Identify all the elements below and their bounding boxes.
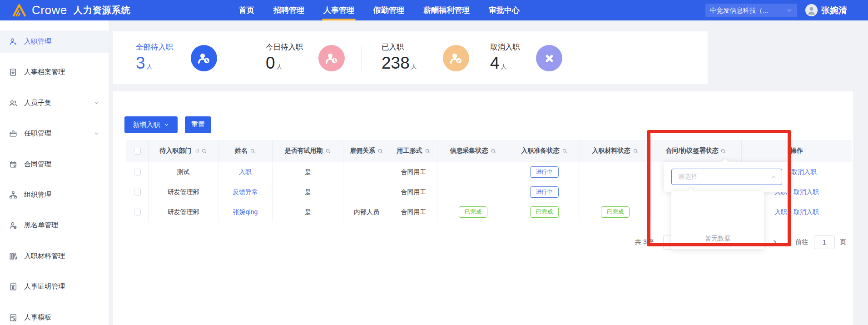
employee-link[interactable]: 张婉qing [233, 208, 258, 216]
user-block-icon [9, 221, 18, 230]
column-label: 合同/协议签署状态 [666, 147, 719, 155]
chevron-down-icon [164, 122, 169, 128]
cell-name: 入职 [218, 162, 273, 182]
stat-text: 已入职238人 [382, 42, 417, 76]
cell-name: 张婉qing [218, 202, 273, 222]
brand-product: 人力资源系统 [74, 4, 131, 16]
user-clock-icon [318, 45, 345, 71]
cell-probation: 是 [273, 162, 343, 182]
stat-text: 今日待入职0人 [266, 42, 303, 76]
column-label: 操作 [790, 147, 803, 155]
sidebar-item-onboarding-materials[interactable]: 入职材料管理 [0, 245, 109, 267]
status-badge: 已完成 [459, 206, 488, 218]
cell-dept: 测试 [149, 162, 218, 182]
main-nav: 首页招聘管理人事管理假勤管理薪酬福利管理审批中心 [229, 0, 529, 20]
column-header-material_status[interactable]: 入职材料状态 [580, 140, 651, 162]
cell-info_status [437, 182, 509, 202]
sidebar-item-blacklist[interactable]: 黑名单管理 [0, 214, 109, 236]
column-header-probation[interactable]: 是否有试用期 [273, 140, 343, 162]
cell-work_type: 合同用工 [390, 202, 437, 222]
nav-item-payroll[interactable]: 薪酬福利管理 [414, 0, 479, 20]
cell-dept: 研发管理部 [149, 202, 218, 222]
cell-relation [343, 162, 390, 182]
chevron-down-icon [786, 7, 793, 14]
add-onboarding-button[interactable]: 新增入职 [124, 116, 178, 133]
row-checkbox[interactable] [134, 169, 141, 175]
search-icon [250, 148, 256, 154]
nav-item-recruitment[interactable]: 招聘管理 [264, 0, 314, 20]
cancel-icon [536, 45, 562, 71]
sidebar-item-hr-certificates[interactable]: 人事证明管理 [0, 275, 109, 298]
sort-icon [194, 148, 200, 154]
user-name: 张婉清 [821, 5, 847, 16]
onboarding-table-panel: 新增入职 重置 待入职部门姓名是否有试用期雇佣关系用工形式信息采集状态入职准备状… [113, 91, 853, 325]
column-header-prep_status[interactable]: 入职准备状态 [509, 140, 580, 162]
search-icon [201, 148, 207, 154]
document-icon [9, 68, 18, 77]
column-header-select [126, 140, 149, 162]
select-all-checkbox[interactable] [134, 148, 141, 155]
search-icon [562, 148, 568, 154]
column-label: 姓名 [235, 147, 248, 155]
row-checkbox[interactable] [134, 189, 141, 195]
row-checkbox[interactable] [134, 209, 141, 215]
column-header-contract_status[interactable]: 合同/协议签署状态 [651, 140, 742, 162]
column-label: 入职材料状态 [592, 147, 630, 155]
cancel-onboarding-link[interactable]: 取消入职 [791, 168, 817, 176]
column-label: 待入职部门 [160, 147, 192, 155]
cell-work_type: 合同用工 [390, 162, 437, 182]
cancel-onboarding-link[interactable]: 取消入职 [794, 208, 819, 216]
search-icon [720, 148, 726, 154]
stat-divider [219, 45, 219, 70]
column-header-work_type[interactable]: 用工形式 [390, 140, 437, 162]
nav-item-home[interactable]: 首页 [229, 0, 264, 20]
employee-link[interactable]: 入职 [239, 168, 252, 176]
onboard-link[interactable]: 入职 [774, 208, 787, 216]
sidebar-item-contract[interactable]: 合同管理 [0, 153, 109, 175]
stat-value: 4人 [490, 54, 520, 76]
cell-probation: 是 [273, 202, 343, 222]
nav-item-hr[interactable]: 人事管理 [314, 0, 364, 20]
stat-label: 已入职 [382, 42, 417, 52]
next-page-button[interactable] [772, 234, 778, 250]
column-header-dept[interactable]: 待入职部门 [149, 140, 218, 162]
nav-item-approval[interactable]: 审批中心 [479, 0, 529, 20]
chevron-down-icon [94, 100, 99, 106]
search-icon [633, 148, 639, 154]
tenant-select[interactable]: 中竞发信息科技（... [705, 4, 797, 17]
contract-status-select[interactable]: 请选择 [671, 169, 782, 185]
reset-button[interactable]: 重置 [185, 116, 211, 133]
cell-select [126, 182, 149, 202]
sidebar-item-personnel-files[interactable]: 人事档案管理 [0, 61, 109, 83]
column-header-name[interactable]: 姓名 [218, 140, 273, 162]
chevron-right-icon [772, 239, 778, 245]
goto-label: 前往 [795, 234, 808, 250]
sidebar-item-onboarding[interactable]: 入职管理 [0, 30, 109, 53]
cell-prep_status: 进行中 [509, 162, 580, 182]
sidebar-item-position[interactable]: 任职管理 [0, 122, 109, 145]
user-check-icon [443, 45, 469, 71]
briefcase-icon [9, 129, 18, 138]
main-content: 全部待入职3人今日待入职0人已入职238人取消入职4人 新增入职 重置 待入职部… [109, 20, 868, 325]
page-number-input[interactable] [814, 235, 835, 249]
column-header-info_status[interactable]: 信息采集状态 [437, 140, 509, 162]
tenant-label: 中竞发信息科技（... [710, 6, 768, 15]
column-header-relation[interactable]: 雇佣关系 [343, 140, 390, 162]
sidebar-item-hr-templates[interactable]: 人事模板 [0, 306, 109, 325]
sidebar-item-organization[interactable]: 组织管理 [0, 184, 109, 206]
user-add-icon [9, 37, 18, 46]
stat-value: 238人 [382, 54, 417, 76]
brand: Crowe 人力资源系统 [12, 0, 131, 20]
select-placeholder: 请选择 [678, 173, 697, 181]
nav-item-attendance[interactable]: 假勤管理 [364, 0, 414, 20]
cell-name: 反馈异常 [218, 182, 273, 202]
sidebar-item-personnel-subset[interactable]: 人员子集 [0, 92, 109, 114]
brand-name: Crowe [32, 3, 67, 17]
cancel-onboarding-link[interactable]: 取消入职 [794, 188, 819, 196]
table-header-row: 待入职部门姓名是否有试用期雇佣关系用工形式信息采集状态入职准备状态入职材料状态合… [126, 140, 852, 162]
status-badge: 进行中 [530, 166, 559, 178]
user-menu[interactable]: 张婉清 [805, 0, 847, 20]
stat-text: 取消入职4人 [490, 42, 520, 76]
status-badge: 进行中 [530, 186, 559, 198]
employee-link[interactable]: 反馈异常 [233, 188, 258, 196]
